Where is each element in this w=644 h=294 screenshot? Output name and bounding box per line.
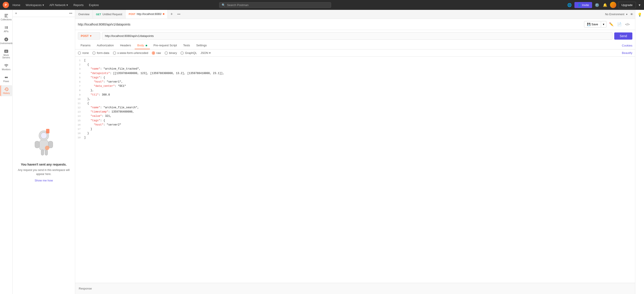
tab-settings[interactable]: Settings — [194, 42, 209, 49]
request-tabs: Params Authorization Headers Body Pre-re… — [75, 42, 635, 50]
response-label: Response — [79, 287, 92, 290]
code-line: 9 "ttl": 300.0 — [75, 93, 635, 97]
code-line: 17 } — [75, 127, 635, 131]
edit-icon[interactable]: ✏️ — [608, 21, 614, 27]
code-editor[interactable]: 1[2 {3 "name": "archive_file_tracked",4 … — [75, 56, 635, 283]
middle-panel-content: You haven't sent any requests. Any reque… — [12, 17, 75, 294]
docs-icon[interactable]: 📄 — [616, 21, 622, 27]
body-opt-urlencoded[interactable]: x-www-form-urlencoded — [113, 51, 148, 54]
unsaved-changes-dot — [163, 13, 164, 15]
code-line: 14 "value": 321, — [75, 114, 635, 118]
upgrade-button[interactable]: Upgrade — [618, 2, 636, 8]
request-title: http://localhost:8080/api/v1/datapoints — [78, 22, 582, 26]
postman-logo[interactable]: P — [3, 2, 9, 8]
code-line: 12 "name": "archive_file_search", — [75, 106, 635, 110]
save-dropdown-button[interactable]: ▾ — [601, 21, 606, 28]
code-line: 16 "host": "server2" — [75, 123, 635, 127]
sidebar-item-history[interactable]: History — [0, 85, 12, 96]
right-sidebar: 💡 — [635, 10, 644, 294]
beautify-button[interactable]: Beautify — [622, 51, 632, 54]
save-button[interactable]: 💾 Save — [584, 21, 601, 28]
avatar[interactable] — [610, 2, 616, 8]
code-line: 11 { — [75, 101, 635, 106]
collections-icon — [4, 14, 8, 18]
more-options-icon[interactable]: ••• — [69, 12, 72, 15]
connection-status-icon: 🌐 — [566, 2, 573, 8]
tab-get-untitled[interactable]: GET Untitled Request — [93, 10, 126, 18]
sidebar-item-monitors[interactable]: Monitors — [0, 62, 12, 72]
code-line: 1[ — [75, 58, 635, 63]
code-line: 13 "timestamp": 1359786400000, — [75, 110, 635, 114]
code-line: 10 }, — [75, 97, 635, 101]
filter-icon[interactable]: ≡ — [15, 12, 17, 15]
new-tab-button[interactable]: + — [168, 12, 176, 16]
settings-icon[interactable]: ⚙️ — [594, 2, 600, 8]
flows-icon — [4, 75, 8, 80]
nav-home[interactable]: Home — [11, 2, 22, 8]
nav-right: 🌐 👤 Invite ⚙️ 🔔 Upgrade ▾ — [566, 2, 641, 8]
tab-env-icons: 👁 — [630, 12, 635, 16]
chevron-down-icon[interactable]: ▾ — [638, 2, 641, 8]
eye-icon[interactable]: 👁 — [630, 12, 633, 16]
svg-rect-3 — [35, 141, 39, 148]
sidebar-item-mock-servers[interactable]: Mock Servers — [0, 47, 12, 61]
json-format-selector[interactable]: JSON ▾ — [200, 51, 211, 54]
body-options-row: none form-data x-www-form-urlencoded raw… — [75, 50, 635, 56]
svg-rect-5 — [41, 150, 44, 155]
method-url-row: POST ▾ Send — [75, 30, 635, 42]
show-me-how-link[interactable]: Show me how — [35, 179, 53, 182]
tab-pre-request[interactable]: Pre-request Script — [151, 42, 180, 49]
url-bar-row: http://localhost:8080/api/v1/datapoints … — [75, 19, 635, 30]
nav-reports[interactable]: Reports — [72, 2, 86, 8]
url-input[interactable] — [102, 32, 612, 40]
code-line: 8 }, — [75, 88, 635, 93]
svg-point-1 — [41, 132, 47, 139]
mock-icon — [4, 49, 8, 54]
monitor-icon — [4, 63, 8, 68]
code-line: 3 "name": "archive_file_tracked", — [75, 67, 635, 71]
right-lightbulb-icon[interactable]: 💡 — [636, 12, 643, 18]
nav-api-network[interactable]: API Network ▾ — [48, 2, 70, 8]
no-requests-subtitle: Any request you send in this workspace w… — [17, 168, 70, 176]
svg-point-7 — [45, 146, 50, 150]
body-opt-graphql[interactable]: GraphQL — [180, 51, 197, 54]
tab-tests[interactable]: Tests — [180, 42, 192, 49]
send-button[interactable]: Send — [614, 32, 632, 40]
code-line: 15 "tags": { — [75, 118, 635, 123]
nav-workspaces[interactable]: Workspaces ▾ — [24, 2, 46, 8]
more-tabs-button[interactable]: ••• — [176, 12, 182, 16]
astronaut-illustration — [33, 129, 55, 160]
sidebar-item-flows[interactable]: Flows — [0, 74, 12, 84]
code-line: 5 "tags": { — [75, 76, 635, 80]
environment-selector[interactable]: No Environment ▾ — [602, 13, 630, 16]
code-line: 18 } — [75, 131, 635, 136]
tab-post-datapoints[interactable]: POST http://localhost:8080/ — [126, 10, 168, 18]
nav-explore[interactable]: Explore — [87, 2, 101, 8]
tab-body[interactable]: Body — [135, 42, 150, 49]
invite-button[interactable]: 👤 Invite — [574, 2, 592, 8]
body-active-dot — [146, 45, 147, 46]
notifications-icon[interactable]: 🔔 — [602, 2, 608, 8]
code-icon[interactable]: </> — [624, 22, 630, 27]
body-opt-none[interactable]: none — [78, 51, 89, 54]
body-opt-raw[interactable]: raw — [152, 51, 161, 54]
api-icon — [4, 25, 8, 30]
env-icon — [4, 37, 8, 42]
body-opt-form-data[interactable]: form-data — [92, 51, 110, 54]
tab-params[interactable]: Params — [78, 42, 93, 49]
search-bar[interactable]: 🔍 Search Postman — [219, 2, 331, 8]
method-selector[interactable]: POST ▾ — [78, 32, 100, 40]
sidebar-item-environments[interactable]: Environments — [0, 35, 12, 46]
code-line: 19] — [75, 136, 635, 140]
tab-authorization[interactable]: Authorization — [94, 42, 116, 49]
sidebar-item-collections[interactable]: Collections — [0, 12, 12, 22]
top-nav: P Home Workspaces ▾ API Network ▾ Report… — [0, 0, 644, 10]
tab-headers[interactable]: Headers — [118, 42, 134, 49]
tabs-row: Overview GET Untitled Request POST http:… — [75, 10, 635, 19]
app-body: Collections APIs Environments Mock Serve… — [0, 10, 644, 294]
sidebar-item-apis[interactable]: APIs — [0, 24, 12, 34]
tab-overview[interactable]: Overview — [75, 10, 93, 18]
sidebar-icons: Collections APIs Environments Mock Serve… — [0, 10, 12, 294]
cookies-button[interactable]: Cookies — [622, 44, 632, 47]
body-opt-binary[interactable]: binary — [165, 51, 177, 54]
